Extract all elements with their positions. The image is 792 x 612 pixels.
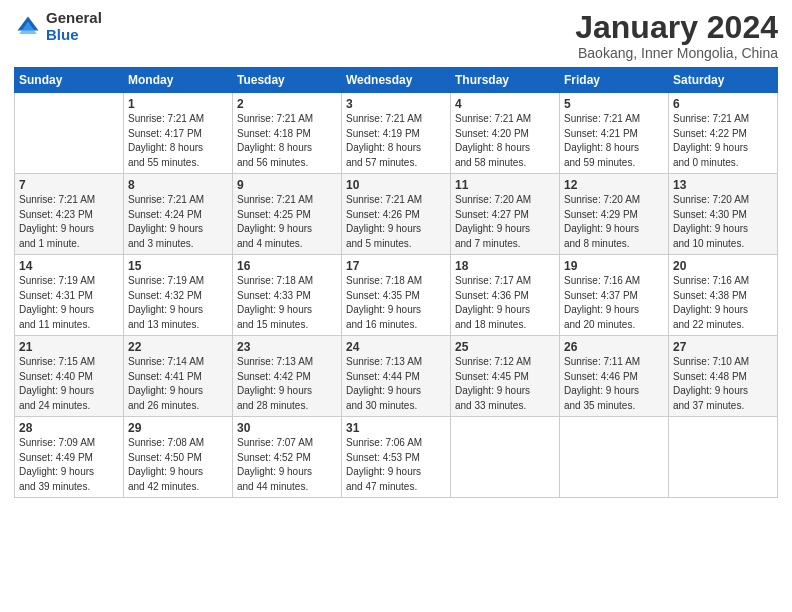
cell-info: Sunrise: 7:21 AMSunset: 4:25 PMDaylight:… [237,193,337,251]
week-row-1: 7Sunrise: 7:21 AMSunset: 4:23 PMDaylight… [15,174,778,255]
week-row-4: 28Sunrise: 7:09 AMSunset: 4:49 PMDayligh… [15,417,778,498]
cell-info: Sunrise: 7:21 AMSunset: 4:17 PMDaylight:… [128,112,228,170]
cell-0-5: 5Sunrise: 7:21 AMSunset: 4:21 PMDaylight… [560,93,669,174]
cell-info: Sunrise: 7:09 AMSunset: 4:49 PMDaylight:… [19,436,119,494]
day-number: 7 [19,178,119,192]
day-number: 11 [455,178,555,192]
cell-info: Sunrise: 7:21 AMSunset: 4:19 PMDaylight:… [346,112,446,170]
logo-text: General Blue [46,10,102,43]
calendar-body: 1Sunrise: 7:21 AMSunset: 4:17 PMDaylight… [15,93,778,498]
day-number: 8 [128,178,228,192]
cell-2-2: 16Sunrise: 7:18 AMSunset: 4:33 PMDayligh… [233,255,342,336]
cell-3-0: 21Sunrise: 7:15 AMSunset: 4:40 PMDayligh… [15,336,124,417]
cell-info: Sunrise: 7:12 AMSunset: 4:45 PMDaylight:… [455,355,555,413]
day-number: 14 [19,259,119,273]
cell-2-3: 17Sunrise: 7:18 AMSunset: 4:35 PMDayligh… [342,255,451,336]
col-sunday: Sunday [15,68,124,93]
week-row-0: 1Sunrise: 7:21 AMSunset: 4:17 PMDaylight… [15,93,778,174]
col-wednesday: Wednesday [342,68,451,93]
cell-info: Sunrise: 7:11 AMSunset: 4:46 PMDaylight:… [564,355,664,413]
day-number: 27 [673,340,773,354]
cell-info: Sunrise: 7:21 AMSunset: 4:24 PMDaylight:… [128,193,228,251]
cell-2-1: 15Sunrise: 7:19 AMSunset: 4:32 PMDayligh… [124,255,233,336]
cell-info: Sunrise: 7:21 AMSunset: 4:20 PMDaylight:… [455,112,555,170]
cell-0-2: 2Sunrise: 7:21 AMSunset: 4:18 PMDaylight… [233,93,342,174]
day-number: 2 [237,97,337,111]
cell-4-3: 31Sunrise: 7:06 AMSunset: 4:53 PMDayligh… [342,417,451,498]
cell-3-1: 22Sunrise: 7:14 AMSunset: 4:41 PMDayligh… [124,336,233,417]
day-number: 19 [564,259,664,273]
cell-0-6: 6Sunrise: 7:21 AMSunset: 4:22 PMDaylight… [669,93,778,174]
col-monday: Monday [124,68,233,93]
day-number: 15 [128,259,228,273]
day-number: 12 [564,178,664,192]
day-number: 3 [346,97,446,111]
day-number: 16 [237,259,337,273]
cell-info: Sunrise: 7:21 AMSunset: 4:23 PMDaylight:… [19,193,119,251]
cell-info: Sunrise: 7:10 AMSunset: 4:48 PMDaylight:… [673,355,773,413]
day-number: 24 [346,340,446,354]
day-number: 28 [19,421,119,435]
cell-3-4: 25Sunrise: 7:12 AMSunset: 4:45 PMDayligh… [451,336,560,417]
cell-2-4: 18Sunrise: 7:17 AMSunset: 4:36 PMDayligh… [451,255,560,336]
day-number: 17 [346,259,446,273]
page-container: General Blue January 2024 Baokang, Inner… [0,0,792,506]
cell-info: Sunrise: 7:07 AMSunset: 4:52 PMDaylight:… [237,436,337,494]
cell-info: Sunrise: 7:14 AMSunset: 4:41 PMDaylight:… [128,355,228,413]
cell-info: Sunrise: 7:08 AMSunset: 4:50 PMDaylight:… [128,436,228,494]
main-title: January 2024 [575,10,778,45]
cell-info: Sunrise: 7:06 AMSunset: 4:53 PMDaylight:… [346,436,446,494]
cell-1-3: 10Sunrise: 7:21 AMSunset: 4:26 PMDayligh… [342,174,451,255]
day-number: 10 [346,178,446,192]
cell-info: Sunrise: 7:19 AMSunset: 4:31 PMDaylight:… [19,274,119,332]
cell-4-5 [560,417,669,498]
subtitle: Baokang, Inner Mongolia, China [575,45,778,61]
calendar-table: Sunday Monday Tuesday Wednesday Thursday… [14,67,778,498]
header-row: Sunday Monday Tuesday Wednesday Thursday… [15,68,778,93]
cell-2-0: 14Sunrise: 7:19 AMSunset: 4:31 PMDayligh… [15,255,124,336]
cell-2-5: 19Sunrise: 7:16 AMSunset: 4:37 PMDayligh… [560,255,669,336]
cell-info: Sunrise: 7:21 AMSunset: 4:26 PMDaylight:… [346,193,446,251]
cell-0-4: 4Sunrise: 7:21 AMSunset: 4:20 PMDaylight… [451,93,560,174]
cell-3-2: 23Sunrise: 7:13 AMSunset: 4:42 PMDayligh… [233,336,342,417]
cell-1-2: 9Sunrise: 7:21 AMSunset: 4:25 PMDaylight… [233,174,342,255]
cell-1-0: 7Sunrise: 7:21 AMSunset: 4:23 PMDaylight… [15,174,124,255]
day-number: 13 [673,178,773,192]
cell-info: Sunrise: 7:18 AMSunset: 4:33 PMDaylight:… [237,274,337,332]
cell-3-3: 24Sunrise: 7:13 AMSunset: 4:44 PMDayligh… [342,336,451,417]
col-friday: Friday [560,68,669,93]
cell-1-5: 12Sunrise: 7:20 AMSunset: 4:29 PMDayligh… [560,174,669,255]
title-block: January 2024 Baokang, Inner Mongolia, Ch… [575,10,778,61]
cell-0-1: 1Sunrise: 7:21 AMSunset: 4:17 PMDaylight… [124,93,233,174]
day-number: 9 [237,178,337,192]
day-number: 31 [346,421,446,435]
day-number: 21 [19,340,119,354]
day-number: 25 [455,340,555,354]
cell-info: Sunrise: 7:16 AMSunset: 4:38 PMDaylight:… [673,274,773,332]
cell-info: Sunrise: 7:13 AMSunset: 4:44 PMDaylight:… [346,355,446,413]
header: General Blue January 2024 Baokang, Inner… [14,10,778,61]
cell-1-1: 8Sunrise: 7:21 AMSunset: 4:24 PMDaylight… [124,174,233,255]
cell-4-4 [451,417,560,498]
day-number: 26 [564,340,664,354]
cell-1-6: 13Sunrise: 7:20 AMSunset: 4:30 PMDayligh… [669,174,778,255]
cell-1-4: 11Sunrise: 7:20 AMSunset: 4:27 PMDayligh… [451,174,560,255]
cell-info: Sunrise: 7:17 AMSunset: 4:36 PMDaylight:… [455,274,555,332]
cell-info: Sunrise: 7:13 AMSunset: 4:42 PMDaylight:… [237,355,337,413]
cell-info: Sunrise: 7:16 AMSunset: 4:37 PMDaylight:… [564,274,664,332]
logo-blue: Blue [46,27,102,44]
cell-info: Sunrise: 7:21 AMSunset: 4:21 PMDaylight:… [564,112,664,170]
cell-4-1: 29Sunrise: 7:08 AMSunset: 4:50 PMDayligh… [124,417,233,498]
col-saturday: Saturday [669,68,778,93]
cell-info: Sunrise: 7:20 AMSunset: 4:27 PMDaylight:… [455,193,555,251]
cell-4-2: 30Sunrise: 7:07 AMSunset: 4:52 PMDayligh… [233,417,342,498]
week-row-3: 21Sunrise: 7:15 AMSunset: 4:40 PMDayligh… [15,336,778,417]
day-number: 29 [128,421,228,435]
cell-4-6 [669,417,778,498]
day-number: 6 [673,97,773,111]
day-number: 22 [128,340,228,354]
col-tuesday: Tuesday [233,68,342,93]
cell-4-0: 28Sunrise: 7:09 AMSunset: 4:49 PMDayligh… [15,417,124,498]
day-number: 23 [237,340,337,354]
logo: General Blue [14,10,102,43]
